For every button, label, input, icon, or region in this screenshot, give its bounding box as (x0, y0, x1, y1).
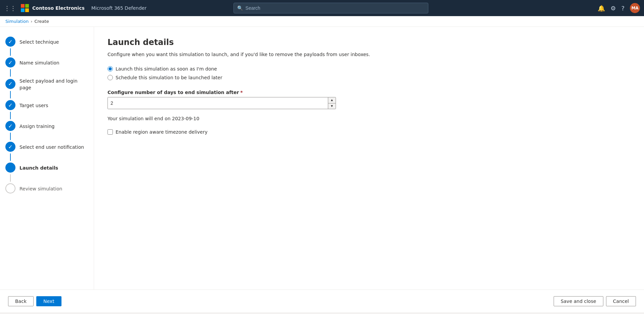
search-icon: 🔍 (237, 5, 243, 11)
avatar[interactable]: MA (630, 3, 640, 13)
search-input[interactable] (246, 5, 425, 11)
step-line-6 (10, 153, 11, 161)
svg-rect-0 (21, 4, 25, 8)
help-icon[interactable]: ? (621, 5, 625, 12)
radio-input-launch-now[interactable] (108, 66, 113, 72)
step-line-3 (10, 91, 11, 98)
step-label-assign-training: Assign training (19, 122, 55, 130)
radio-launch-now[interactable]: Launch this simulation as soon as I'm do… (108, 66, 631, 72)
step-line-1 (10, 48, 11, 56)
timezone-checkbox-item[interactable]: Enable region aware timezone delivery (108, 129, 631, 135)
breadcrumb-separator: › (31, 19, 32, 24)
step-label-name-simulation: Name simulation (19, 58, 59, 66)
timezone-checkbox[interactable] (108, 129, 113, 135)
page-title: Launch details (108, 38, 631, 47)
step-label-launch-details: Launch details (19, 164, 58, 172)
step-name-simulation: ✓ Name simulation (5, 56, 88, 77)
launch-options-group: Launch this simulation as soon as I'm do… (108, 66, 631, 80)
step-icon-name-simulation: ✓ (5, 57, 15, 68)
breadcrumb: Simulation › Create (0, 16, 644, 27)
grid-icon[interactable]: ⋮⋮ (4, 5, 16, 12)
step-select-payload: ✓ Select payload and login page (5, 77, 88, 98)
step-label-select-technique: Select technique (19, 38, 59, 46)
step-label-target-users: Target users (19, 101, 48, 109)
svg-rect-2 (21, 8, 25, 12)
save-close-button[interactable]: Save and close (554, 296, 603, 306)
notifications-icon[interactable]: 🔔 (598, 5, 605, 12)
step-target-users: ✓ Target users (5, 98, 88, 119)
page-description: Configure when you want this simulation … (108, 51, 631, 58)
footer: Back Next Save and close Cancel (0, 289, 644, 312)
content-area: Launch details Configure when you want t… (94, 27, 644, 289)
svg-rect-3 (25, 8, 29, 12)
step-label-select-payload: Select payload and login page (19, 77, 88, 91)
svg-rect-1 (25, 4, 29, 8)
step-end-user-notification: ✓ Select end user notification (5, 140, 88, 161)
back-button[interactable]: Back (8, 296, 34, 306)
step-icon-target-users: ✓ (5, 100, 15, 110)
main-layout: ✓ Select technique ✓ Name simulation ✓ S… (0, 27, 644, 289)
step-line-2 (10, 69, 11, 77)
required-indicator: * (240, 90, 243, 95)
radio-input-launch-later[interactable] (108, 75, 113, 80)
step-review-simulation: Review simulation (5, 182, 88, 195)
breadcrumb-current: Create (34, 19, 49, 24)
step-select-technique: ✓ Select technique (5, 35, 88, 56)
step-label-end-user-notification: Select end user notification (19, 143, 84, 151)
step-line-7 (10, 174, 11, 182)
topnav-right: 🔔 ⚙ ? MA (598, 3, 640, 13)
step-line-5 (10, 133, 11, 140)
number-spinners: ▲ ▼ (328, 97, 336, 109)
step-icon-review-simulation (5, 183, 15, 193)
simulation-end-date: Your simulation will end on 2023-09-10 (108, 116, 631, 121)
breadcrumb-parent[interactable]: Simulation (5, 19, 29, 24)
next-button[interactable]: Next (36, 296, 61, 306)
radio-label-launch-later: Schedule this simulation to be launched … (116, 75, 222, 80)
radio-label-launch-now: Launch this simulation as soon as I'm do… (116, 66, 217, 72)
step-icon-select-payload: ✓ (5, 79, 15, 89)
days-field-group: Configure number of days to end simulati… (108, 90, 631, 109)
top-nav: ⋮⋮ Contoso Electronics Microsoft 365 Def… (0, 0, 644, 16)
settings-icon[interactable]: ⚙ (610, 5, 616, 12)
search-box[interactable]: 🔍 (233, 3, 428, 13)
radio-launch-later[interactable]: Schedule this simulation to be launched … (108, 75, 631, 80)
step-launch-details: Launch details (5, 161, 88, 182)
cancel-button[interactable]: Cancel (606, 296, 636, 306)
step-label-review-simulation: Review simulation (19, 184, 62, 192)
step-assign-training: ✓ Assign training (5, 119, 88, 140)
step-line-4 (10, 112, 11, 119)
step-icon-select-technique: ✓ (5, 37, 15, 47)
footer-right-actions: Save and close Cancel (554, 296, 636, 306)
brand-logo (20, 3, 30, 13)
spinner-up-button[interactable]: ▲ (328, 97, 336, 103)
step-icon-end-user-notification: ✓ (5, 142, 15, 152)
stepper-sidebar: ✓ Select technique ✓ Name simulation ✓ S… (0, 27, 94, 289)
app-name: Microsoft 365 Defender (91, 5, 146, 11)
days-input[interactable] (108, 97, 328, 109)
spinner-down-button[interactable]: ▼ (328, 103, 336, 109)
step-icon-assign-training: ✓ (5, 121, 15, 131)
days-field-label: Configure number of days to end simulati… (108, 90, 631, 95)
step-icon-launch-details (5, 163, 15, 173)
brand-name: Contoso Electronics (32, 5, 85, 11)
brand: Contoso Electronics (20, 3, 85, 13)
days-input-wrapper[interactable]: ▲ ▼ (108, 97, 336, 109)
timezone-checkbox-label: Enable region aware timezone delivery (116, 129, 208, 135)
